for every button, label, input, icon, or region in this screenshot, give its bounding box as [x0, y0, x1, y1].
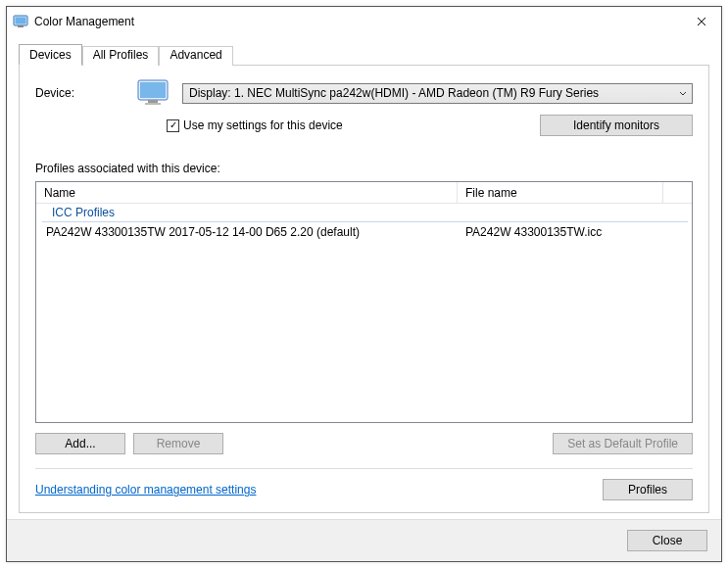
close-button[interactable]: Close	[627, 530, 707, 551]
add-button[interactable]: Add...	[35, 433, 125, 454]
content-area: Devices All Profiles Advanced Device: Di…	[7, 36, 721, 519]
listview-body: ICC Profiles PA242W 43300135TW 2017-05-1…	[36, 204, 692, 422]
app-icon	[13, 14, 28, 29]
profile-name: PA242W 43300135TW 2017-05-12 14-00 D65 2…	[36, 224, 458, 240]
device-label: Device:	[35, 86, 123, 100]
profiles-listview[interactable]: Name File name ICC Profiles PA242W 43300…	[35, 181, 693, 423]
svg-rect-5	[148, 100, 158, 103]
set-default-profile-button[interactable]: Set as Default Profile	[553, 433, 693, 454]
divider	[35, 468, 693, 469]
monitor-icon	[137, 79, 169, 107]
chevron-down-icon	[679, 86, 687, 100]
list-item[interactable]: PA242W 43300135TW 2017-05-12 14-00 D65 2…	[36, 224, 692, 240]
device-selected-text: Display: 1. NEC MultiSync pa242w(HDMI) -…	[189, 86, 599, 100]
column-spacer	[663, 182, 692, 203]
identify-monitors-button[interactable]: Identify monitors	[540, 115, 693, 136]
column-file-name[interactable]: File name	[458, 182, 663, 203]
list-group-icc: ICC Profiles	[42, 204, 688, 222]
bottom-row: Understanding color management settings …	[35, 479, 693, 500]
titlebar: Color Management	[7, 7, 721, 36]
profiles-button[interactable]: Profiles	[603, 479, 693, 500]
svg-rect-2	[18, 25, 24, 27]
listview-header: Name File name	[36, 182, 692, 204]
device-dropdown[interactable]: Display: 1. NEC MultiSync pa242w(HDMI) -…	[182, 83, 693, 104]
svg-rect-6	[145, 103, 161, 105]
tab-all-profiles[interactable]: All Profiles	[82, 46, 160, 66]
svg-rect-1	[16, 18, 26, 24]
checkmark-icon: ✓	[167, 119, 179, 132]
understanding-link[interactable]: Understanding color management settings	[35, 483, 256, 497]
profile-actions: Add... Remove Set as Default Profile	[35, 433, 693, 454]
spacer	[231, 433, 545, 454]
devices-panel: Device: Display: 1. NEC MultiSync pa242w…	[19, 65, 709, 513]
settings-row: ✓ Use my settings for this device Identi…	[35, 115, 693, 136]
profile-file: PA242W 43300135TW.icc	[458, 224, 609, 240]
device-row: Device: Display: 1. NEC MultiSync pa242w…	[35, 79, 693, 107]
tab-advanced[interactable]: Advanced	[159, 46, 232, 66]
tab-devices[interactable]: Devices	[19, 44, 82, 66]
window-title: Color Management	[34, 15, 682, 28]
profiles-heading: Profiles associated with this device:	[35, 162, 693, 175]
close-icon	[697, 17, 706, 26]
column-name[interactable]: Name	[36, 182, 458, 203]
checkbox-label: Use my settings for this device	[183, 118, 343, 132]
tab-strip: Devices All Profiles Advanced	[19, 44, 709, 66]
svg-rect-4	[140, 82, 166, 98]
window-close-button[interactable]	[682, 7, 721, 36]
color-management-window: Color Management Devices All Profiles Ad…	[6, 6, 722, 562]
remove-button[interactable]: Remove	[133, 433, 223, 454]
dialog-footer: Close	[7, 519, 721, 561]
use-my-settings-checkbox[interactable]: ✓ Use my settings for this device	[167, 118, 343, 132]
